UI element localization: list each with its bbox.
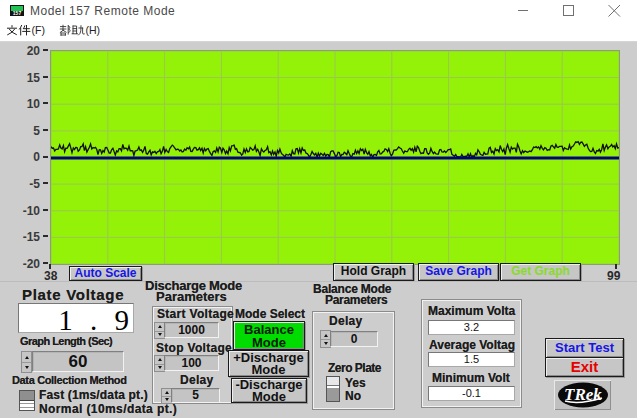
svg-text:(F): (F) [32, 24, 45, 36]
svg-text:(H): (H) [86, 24, 101, 36]
svg-text:TRek: TRek [564, 385, 602, 404]
